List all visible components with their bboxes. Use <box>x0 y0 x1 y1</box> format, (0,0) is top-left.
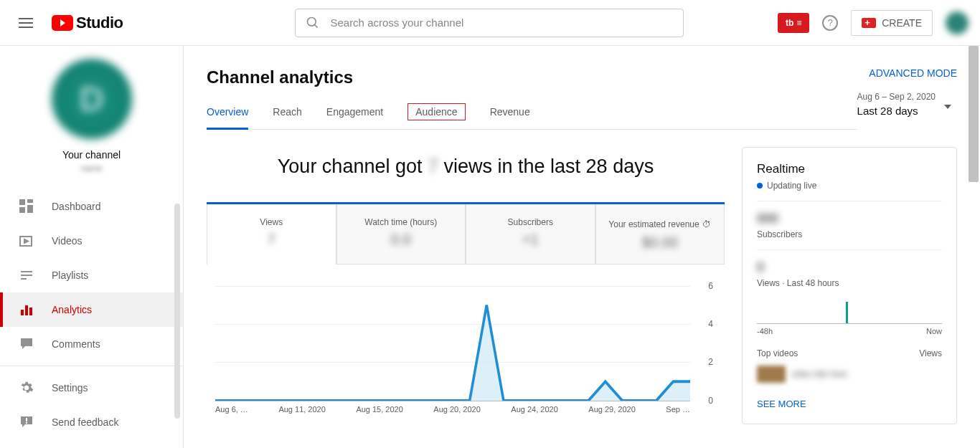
channel-label: Your channel <box>62 149 121 161</box>
search-input[interactable]: Search across your channel <box>295 9 684 37</box>
x-tick: Sep … <box>666 405 690 414</box>
y-tick: 6 <box>708 281 713 291</box>
gear-icon <box>19 380 34 396</box>
create-button[interactable]: CREATE <box>851 10 933 36</box>
date-range-label: Last 28 days <box>857 105 936 117</box>
date-range-picker[interactable]: Aug 6 – Sep 2, 2020 Last 28 days <box>857 92 957 117</box>
sidebar-scrollbar[interactable] <box>174 204 180 419</box>
svg-marker-7 <box>24 239 28 243</box>
sidebar: D Your channel name Dashboard Videos Pla… <box>0 46 184 448</box>
tab-engagement[interactable]: Engagement <box>326 106 383 120</box>
youtube-icon <box>52 15 73 31</box>
sidebar-item-playlists[interactable]: Playlists <box>0 258 183 292</box>
page-scrollbar[interactable] <box>969 46 979 182</box>
chart-zone: 6 4 2 0 Aug 6, … Aug 11, 2020 Aug 15, 20… <box>207 264 725 414</box>
hamburger-menu[interactable] <box>11 9 40 37</box>
metric-label: Subscribers <box>471 217 590 227</box>
content-row: Your channel got 7 views in the last 28 … <box>184 130 980 442</box>
page-header: Channel analytics Overview Reach Engagem… <box>184 46 980 130</box>
sidebar-item-label: Dashboard <box>52 201 101 212</box>
headline-views-blurred: 7 <box>428 156 438 177</box>
analytics-icon <box>19 302 34 318</box>
realtime-sparkline <box>757 295 942 324</box>
realtime-card: Realtime Updating live 000 Subscribers 0… <box>742 147 957 424</box>
help-button[interactable]: ? <box>822 15 838 31</box>
x-tick: Aug 24, 2020 <box>511 405 557 414</box>
svg-rect-15 <box>26 422 27 424</box>
svg-rect-14 <box>26 418 27 421</box>
svg-rect-12 <box>25 305 28 315</box>
main-content: Channel analytics Overview Reach Engagem… <box>184 46 980 448</box>
metric-value: 7 <box>212 232 331 248</box>
channel-avatar[interactable]: D <box>52 59 132 139</box>
x-tick: Aug 15, 2020 <box>356 405 402 414</box>
metric-subscribers[interactable]: Subscribers +1 <box>466 204 595 264</box>
sidebar-item-dashboard[interactable]: Dashboard <box>0 189 183 224</box>
metric-value: +1 <box>471 232 590 248</box>
headline-pre: Your channel got <box>278 156 428 177</box>
tubebuddy-button[interactable]: tb ≡ <box>778 13 809 33</box>
feedback-icon <box>19 414 34 430</box>
search-icon <box>306 16 320 30</box>
tab-audience[interactable]: Audience <box>407 103 465 120</box>
tab-reach[interactable]: Reach <box>273 106 301 120</box>
overview-card: Your channel got 7 views in the last 28 … <box>207 147 725 424</box>
sidebar-item-settings[interactable]: Settings <box>0 371 183 405</box>
app-header: Studio Search across your channel tb ≡ ?… <box>0 0 980 46</box>
metric-views[interactable]: Views 7 <box>207 204 336 264</box>
metric-revenue[interactable]: Your estimated revenue ⏱ $0.00 <box>595 204 725 264</box>
sidebar-nav: Dashboard Videos Playlists Analytics Com… <box>0 189 183 439</box>
account-avatar[interactable] <box>946 11 969 34</box>
top-videos-label: Top videos <box>757 348 798 358</box>
spark-bar <box>846 302 848 323</box>
svg-rect-2 <box>19 199 25 205</box>
advanced-mode-link[interactable]: ADVANCED MODE <box>857 67 957 79</box>
comments-icon <box>19 336 34 352</box>
headline: Your channel got 7 views in the last 28 … <box>207 156 725 178</box>
metric-tabs: Views 7 Watch time (hours) 0.0 Subscribe… <box>207 202 725 264</box>
svg-marker-16 <box>215 305 690 401</box>
spark-labels: -48h Now <box>757 327 942 335</box>
right-column: Realtime Updating live 000 Subscribers 0… <box>742 147 957 424</box>
date-range-text: Aug 6 – Sep 2, 2020 <box>857 92 936 102</box>
videos-icon <box>19 233 34 249</box>
x-axis-labels: Aug 6, … Aug 11, 2020 Aug 15, 2020 Aug 2… <box>215 405 716 414</box>
tab-revenue[interactable]: Revenue <box>490 106 530 120</box>
channel-name-blurred: name <box>80 163 102 173</box>
tab-overview[interactable]: Overview <box>207 106 248 120</box>
tabs: Overview Reach Engagement Audience Reven… <box>207 106 857 130</box>
sidebar-item-comments[interactable]: Comments <box>0 327 183 361</box>
views-chart[interactable]: 6 4 2 0 <box>215 286 716 401</box>
x-tick: Aug 29, 2020 <box>588 405 635 414</box>
metric-watch-time[interactable]: Watch time (hours) 0.0 <box>336 204 466 264</box>
nav-divider <box>0 366 183 366</box>
sidebar-item-label: Settings <box>52 382 88 394</box>
metric-label: Your estimated revenue <box>608 219 699 229</box>
realtime-title: Realtime <box>757 162 942 176</box>
live-dot-icon <box>757 183 763 189</box>
tubebuddy-icon: tb <box>786 18 793 28</box>
x-tick: Aug 6, … <box>215 405 248 414</box>
page-title: Channel analytics <box>207 67 857 87</box>
dashboard-icon <box>19 199 34 214</box>
views48-label: Views · Last 48 hours <box>757 278 942 288</box>
see-more-link[interactable]: SEE MORE <box>757 399 942 409</box>
hamburger-icon <box>19 22 33 24</box>
svg-rect-3 <box>27 199 33 203</box>
realtime-views: 0 Views · Last 48 hours <box>757 260 942 288</box>
studio-logo[interactable]: Studio <box>52 14 123 32</box>
x-tick: Aug 11, 2020 <box>278 405 325 414</box>
sidebar-item-feedback[interactable]: Send feedback <box>0 405 183 439</box>
sidebar-item-videos[interactable]: Videos <box>0 224 183 258</box>
sidebar-item-analytics[interactable]: Analytics <box>0 292 183 327</box>
sidebar-item-label: Playlists <box>52 270 88 281</box>
tubebuddy-menu-icon: ≡ <box>796 18 801 28</box>
video-title-blurred: video title here <box>791 369 847 379</box>
search-placeholder: Search across your channel <box>330 16 463 29</box>
video-thumbnail <box>757 366 786 383</box>
svg-point-0 <box>308 17 316 26</box>
top-video-row[interactable]: video title here <box>757 366 942 383</box>
clock-icon: ⏱ <box>702 219 711 229</box>
sidebar-item-label: Comments <box>52 338 100 350</box>
create-label: CREATE <box>882 17 922 29</box>
